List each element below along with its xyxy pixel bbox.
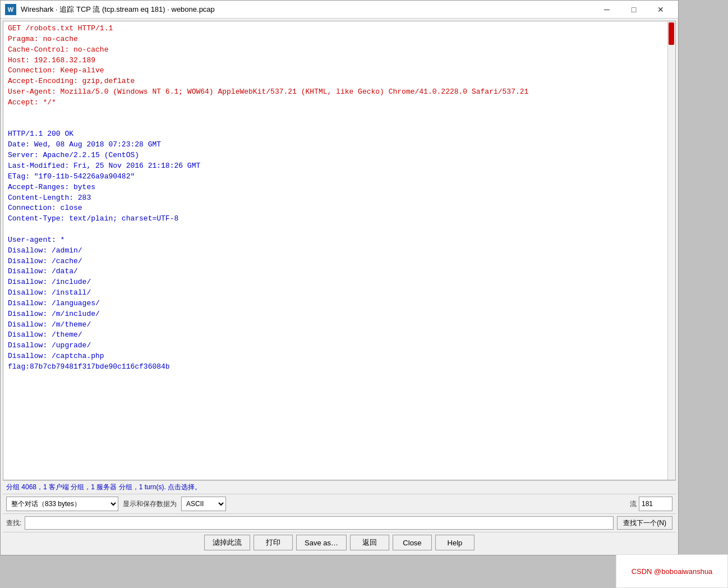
stream-input[interactable] bbox=[639, 497, 672, 511]
print-button[interactable]: 打印 bbox=[254, 535, 293, 550]
save-as-button[interactable]: Save as… bbox=[296, 535, 347, 550]
content-area: GET /robots.txt HTTP/1.1 Pragma: no-cach… bbox=[1, 19, 678, 555]
back-button[interactable]: 返回 bbox=[350, 535, 389, 550]
csdn-watermark: CSDN @boboaiwanshua bbox=[616, 554, 728, 588]
scroll-bar bbox=[669, 22, 674, 45]
stream-label: 流 bbox=[630, 499, 637, 509]
close-stream-button[interactable]: Close bbox=[393, 535, 432, 550]
search-input[interactable] bbox=[25, 516, 614, 530]
find-next-button[interactable]: 查找下一个(N) bbox=[617, 516, 672, 530]
app-icon: W bbox=[5, 4, 16, 15]
titlebar: W Wireshark · 追踪 TCP 流 (tcp.stream eq 18… bbox=[1, 1, 678, 19]
scroll-indicator bbox=[667, 21, 675, 480]
help-button[interactable]: Help bbox=[435, 535, 474, 550]
stream-group: 流 bbox=[630, 497, 672, 511]
status-text: 分组 4068，1 客户端 分组，1 服务器 分组，1 turn(s). 点击选… bbox=[6, 483, 201, 491]
tcp-stream-panel: GET /robots.txt HTTP/1.1 Pragma: no-cach… bbox=[3, 21, 676, 480]
close-button[interactable]: ✕ bbox=[648, 1, 674, 18]
search-bar: 查找: 查找下一个(N) bbox=[3, 513, 676, 532]
filter-button[interactable]: 滤掉此流 bbox=[204, 535, 250, 550]
status-bar: 分组 4068，1 客户端 分组，1 服务器 分组，1 turn(s). 点击选… bbox=[3, 480, 676, 494]
show-save-label: 显示和保存数据为 bbox=[123, 499, 177, 509]
bottom-controls: 整个对话（833 bytes） 显示和保存数据为 ASCII 流 bbox=[3, 494, 676, 513]
conversation-select[interactable]: 整个对话（833 bytes） bbox=[6, 497, 118, 511]
stream-text-content: GET /robots.txt HTTP/1.1 Pragma: no-cach… bbox=[3, 21, 675, 480]
wireshark-window: W Wireshark · 追踪 TCP 流 (tcp.stream eq 18… bbox=[0, 0, 679, 555]
encoding-select[interactable]: ASCII bbox=[181, 497, 226, 511]
action-bar: 滤掉此流 打印 Save as… 返回 Close Help bbox=[3, 532, 676, 553]
search-label: 查找: bbox=[6, 518, 21, 528]
maximize-button[interactable]: □ bbox=[621, 1, 647, 18]
window-controls: ─ □ ✕ bbox=[594, 1, 674, 18]
minimize-button[interactable]: ─ bbox=[594, 1, 620, 18]
window-title: Wireshark · 追踪 TCP 流 (tcp.stream eq 181)… bbox=[21, 4, 594, 15]
